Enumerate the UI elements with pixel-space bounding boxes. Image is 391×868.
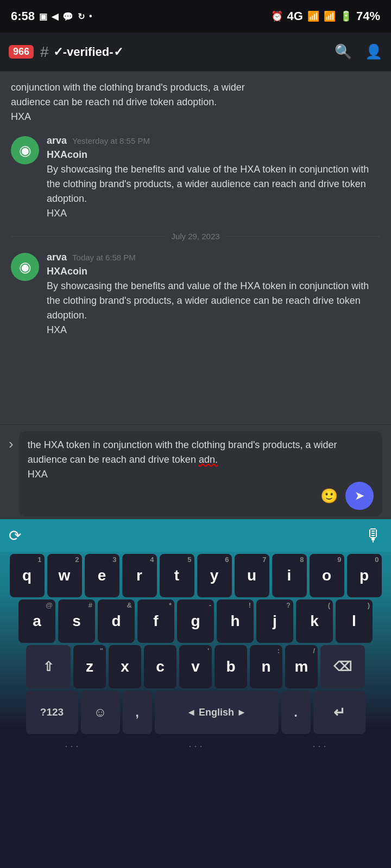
- send-icon: ➤: [355, 489, 364, 503]
- key-backspace[interactable]: ⌫: [320, 645, 365, 688]
- dots-center: . . .: [188, 738, 202, 750]
- divider-line-left: [11, 236, 165, 237]
- keyboard-row-3: ⇧ "z x c 'v b :n /m ⌫: [2, 645, 389, 688]
- key-a[interactable]: @a: [18, 599, 55, 643]
- dots-right: . . .: [313, 738, 326, 750]
- alarm-icon: ⏰: [271, 10, 283, 22]
- message-2-header: arva Today at 6:58 PM: [47, 252, 380, 263]
- key-emoji[interactable]: ☺: [81, 691, 120, 734]
- key-u[interactable]: 7u: [235, 554, 269, 597]
- key-q[interactable]: 1q: [10, 554, 45, 597]
- battery-percent: 74%: [356, 9, 380, 23]
- partial-message: conjunction with the clothing brand's pr…: [0, 78, 391, 131]
- key-j[interactable]: ?j: [256, 599, 293, 643]
- message-1-content: arva Yesterday at 8:55 PM HXAcoin By sho…: [47, 135, 380, 221]
- key-z[interactable]: "z: [73, 645, 106, 688]
- keyboard-row-2: @a #s &d *f -g !h ?j (k )l: [2, 599, 389, 643]
- keyboard-topbar: ⟳ 🎙: [0, 519, 391, 552]
- key-h[interactable]: !h: [217, 599, 254, 643]
- keyboard-cycle-button[interactable]: ⟳: [9, 527, 21, 545]
- key-d[interactable]: &d: [98, 599, 135, 643]
- key-space[interactable]: ◄ English ►: [155, 691, 279, 734]
- send-button[interactable]: ➤: [345, 482, 374, 510]
- nav-bar: 966 # ✓-verified-✓ 🔍 👤: [0, 33, 391, 72]
- key-enter[interactable]: ↵: [313, 691, 365, 734]
- key-e[interactable]: 3e: [85, 554, 119, 597]
- key-y[interactable]: 6y: [197, 554, 232, 597]
- network-label: 4G: [287, 9, 303, 23]
- key-r[interactable]: 4r: [122, 554, 157, 597]
- search-icon[interactable]: 🔍: [335, 43, 352, 60]
- date-divider: July 29, 2023: [0, 225, 391, 247]
- input-text-content: the HXA token in conjunction with the cl…: [28, 438, 374, 482]
- key-g[interactable]: -g: [177, 599, 214, 643]
- key-v[interactable]: 'v: [179, 645, 212, 688]
- notification-badge: 966: [9, 45, 34, 59]
- message-1-text: HXAcoin By showcasing the benefits and v…: [47, 148, 380, 221]
- message-2: ◉ arva Today at 6:58 PM HXAcoin By showc…: [0, 247, 391, 342]
- avatar-arva-2: ◉: [11, 253, 39, 281]
- battery-icon: 🔋: [340, 10, 352, 22]
- key-symbols[interactable]: ?123: [26, 691, 78, 734]
- timestamp-1: Yesterday at 8:55 PM: [72, 136, 150, 145]
- key-f[interactable]: *f: [137, 599, 174, 643]
- key-period[interactable]: .: [281, 691, 311, 734]
- input-area: › the HXA token in conjunction with the …: [0, 424, 391, 519]
- key-m[interactable]: /m: [285, 645, 318, 688]
- message-1: ◉ arva Yesterday at 8:55 PM HXAcoin By s…: [0, 131, 391, 225]
- key-l[interactable]: )l: [336, 599, 373, 643]
- status-left: 6:58 ▣ ◀ 💬 ↻ •: [11, 9, 92, 23]
- sync-icon: ↻: [78, 11, 85, 22]
- status-bar: 6:58 ▣ ◀ 💬 ↻ • ⏰ 4G 📶 📶 🔋 74%: [0, 0, 391, 33]
- location-icon: ◀: [52, 11, 58, 22]
- key-shift[interactable]: ⇧: [26, 645, 71, 688]
- username-arva-1: arva: [47, 135, 67, 146]
- discord-logo-icon-2: ◉: [19, 259, 31, 276]
- message-icon: 💬: [62, 11, 73, 22]
- message-input-box[interactable]: the HXA token in conjunction with the cl…: [19, 431, 382, 516]
- message-2-content: arva Today at 6:58 PM HXAcoin By showcas…: [47, 252, 380, 337]
- members-icon[interactable]: 👤: [365, 43, 382, 60]
- message-1-header: arva Yesterday at 8:55 PM: [47, 135, 380, 146]
- emoji-button[interactable]: 🙂: [320, 488, 338, 505]
- key-b[interactable]: b: [215, 645, 247, 688]
- keyboard-row-1: 1q 2w 3e 4r 5t 6y 7u 8i 9o 0p: [2, 554, 389, 597]
- key-x[interactable]: x: [109, 645, 141, 688]
- chat-area: conjunction with the clothing brand's pr…: [0, 72, 391, 424]
- partial-line2: audience can be reach nd drive token ado…: [11, 97, 217, 107]
- date-label: July 29, 2023: [171, 232, 219, 241]
- keyboard-mic-button[interactable]: 🎙: [365, 526, 382, 546]
- key-s[interactable]: #s: [58, 599, 95, 643]
- dot-icon: •: [89, 11, 92, 21]
- nav-icons: 🔍 👤: [335, 43, 382, 60]
- keyboard-rows: 1q 2w 3e 4r 5t 6y 7u 8i 9o 0p @a #s &d *…: [0, 552, 391, 868]
- key-c[interactable]: c: [144, 645, 176, 688]
- partial-line3: HXA: [11, 111, 31, 122]
- expand-button[interactable]: ›: [9, 431, 14, 452]
- channel-name: ✓-verified-✓: [53, 45, 335, 59]
- key-t[interactable]: 5t: [160, 554, 194, 597]
- key-p[interactable]: 0p: [347, 554, 382, 597]
- key-i[interactable]: 8i: [272, 554, 307, 597]
- key-o[interactable]: 9o: [310, 554, 344, 597]
- username-arva-2: arva: [47, 252, 67, 263]
- input-bottom-bar: 🙂 ➤: [28, 482, 374, 510]
- key-k[interactable]: (k: [296, 599, 333, 643]
- avatar-arva-1: ◉: [11, 136, 39, 164]
- timestamp-2: Today at 6:58 PM: [72, 253, 136, 262]
- message-2-text: HXAcoin By showcasing the benefits and v…: [47, 264, 380, 337]
- status-right: ⏰ 4G 📶 📶 🔋 74%: [271, 9, 380, 23]
- partial-line1: conjunction with the clothing brand's pr…: [11, 82, 245, 93]
- discord-logo-icon: ◉: [19, 142, 31, 159]
- time-display: 6:58: [11, 9, 35, 23]
- keyboard-row-4: ?123 ☺ , ◄ English ► . ↵: [2, 691, 389, 734]
- hash-icon: #: [40, 43, 49, 61]
- key-w[interactable]: 2w: [47, 554, 82, 597]
- keyboard: ⟳ 🎙 1q 2w 3e 4r 5t 6y 7u 8i 9o 0p @a #s …: [0, 519, 391, 868]
- dots-left: . . .: [65, 738, 78, 750]
- divider-line-right: [226, 236, 380, 237]
- key-n[interactable]: :n: [250, 645, 282, 688]
- signal-bars2-icon: 📶: [324, 10, 336, 22]
- key-comma[interactable]: ,: [123, 691, 152, 734]
- keyboard-dots-row: . . . . . . . . .: [2, 736, 389, 752]
